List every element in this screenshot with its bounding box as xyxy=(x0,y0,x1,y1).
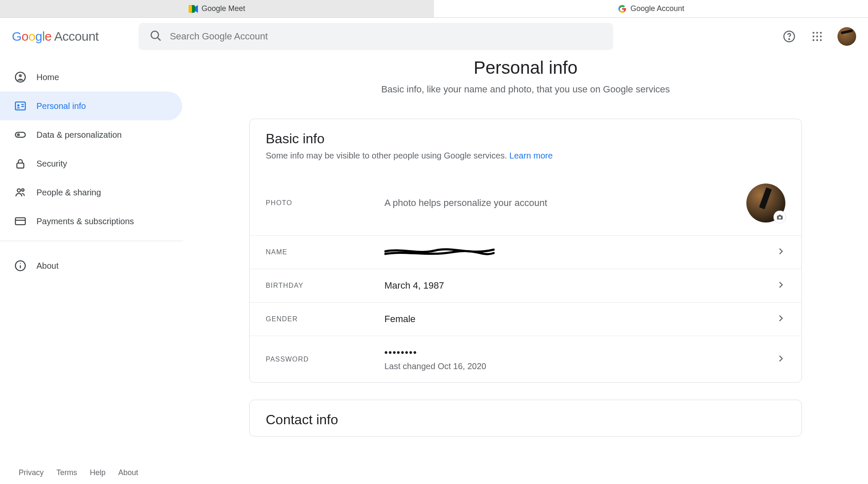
row-value: March 4, 1987 xyxy=(384,280,776,291)
browser-tab-label: Google Account xyxy=(630,4,684,13)
browser-tab-strip: Google Meet Google Account xyxy=(0,0,868,18)
row-value: Female xyxy=(384,314,776,325)
info-icon xyxy=(14,260,26,272)
chevron-right-icon xyxy=(776,314,785,325)
svg-point-12 xyxy=(812,39,814,41)
svg-rect-21 xyxy=(15,132,25,137)
row-label: GENDER xyxy=(266,315,384,323)
contact-info-card: Contact info xyxy=(249,400,802,437)
sidebar-item-about[interactable]: About xyxy=(0,251,182,280)
row-label: PHOTO xyxy=(266,199,384,207)
card-subtitle: Some info may be visible to other people… xyxy=(266,151,785,161)
sidebar-item-people-sharing[interactable]: People & sharing xyxy=(0,178,182,207)
row-photo[interactable]: PHOTO A photo helps personalize your acc… xyxy=(250,171,801,235)
sidebar-item-label: About xyxy=(36,261,58,271)
sidebar-divider xyxy=(0,241,183,241)
learn-more-link[interactable]: Learn more xyxy=(509,151,553,160)
profile-photo-thumb[interactable] xyxy=(746,184,785,223)
main-content: Personal info Basic info, like your name… xyxy=(183,55,868,484)
page-title: Personal info xyxy=(473,58,577,78)
sidebar-item-personal-info[interactable]: Personal info xyxy=(0,92,182,120)
redacted-name-scribble xyxy=(384,247,495,257)
row-name[interactable]: NAME xyxy=(250,235,801,269)
chevron-right-icon xyxy=(776,247,785,258)
footer-help-link[interactable]: Help xyxy=(90,468,106,477)
footer-privacy-link[interactable]: Privacy xyxy=(19,468,44,477)
person-circle-icon xyxy=(14,71,26,83)
apps-grid-icon xyxy=(812,31,823,42)
svg-point-22 xyxy=(17,134,20,136)
svg-point-11 xyxy=(820,36,822,37)
help-button[interactable] xyxy=(782,29,797,44)
row-gender[interactable]: GENDER Female xyxy=(250,302,801,336)
row-birthday[interactable]: BIRTHDAY March 4, 1987 xyxy=(250,269,801,302)
sidebar-item-label: Home xyxy=(36,72,59,82)
card-title: Contact info xyxy=(266,412,785,428)
svg-point-6 xyxy=(812,32,814,33)
svg-point-9 xyxy=(812,36,814,37)
camera-badge-icon xyxy=(773,211,786,223)
people-icon xyxy=(14,186,26,198)
search-bar[interactable] xyxy=(139,23,613,50)
svg-rect-23 xyxy=(17,163,24,168)
svg-point-13 xyxy=(816,39,818,41)
meet-icon xyxy=(189,4,198,14)
footer-links: Privacy Terms Help About xyxy=(19,468,138,477)
svg-point-25 xyxy=(22,189,24,191)
sidebar-item-payments[interactable]: Payments & subscriptions xyxy=(0,207,182,236)
row-password[interactable]: PASSWORD •••••••• Last changed Oct 16, 2… xyxy=(250,336,801,382)
svg-point-31 xyxy=(779,217,781,219)
sidebar-item-data-personalization[interactable]: Data & personalization xyxy=(0,120,182,149)
svg-point-8 xyxy=(820,32,822,33)
footer-about-link[interactable]: About xyxy=(118,468,138,477)
svg-point-24 xyxy=(17,189,20,192)
row-label: PASSWORD xyxy=(266,356,384,363)
account-avatar[interactable] xyxy=(837,27,856,46)
row-value: •••••••• Last changed Oct 16, 2020 xyxy=(384,347,776,371)
svg-point-16 xyxy=(19,74,22,77)
sidebar-item-home[interactable]: Home xyxy=(0,63,182,92)
page-subtitle: Basic info, like your name and photo, th… xyxy=(381,84,670,95)
sidebar-item-label: Data & personalization xyxy=(36,130,122,140)
chevron-right-icon xyxy=(776,280,785,291)
basic-info-card: Basic info Some info may be visible to o… xyxy=(249,119,802,383)
sidebar-item-security[interactable]: Security xyxy=(0,149,182,178)
password-mask: •••••••• xyxy=(384,347,417,358)
browser-tab-account[interactable]: Google Account xyxy=(434,0,868,17)
lock-icon xyxy=(14,158,26,170)
row-value: A photo helps personalize your account xyxy=(384,197,746,209)
chevron-right-icon xyxy=(776,354,785,365)
sidebar-item-label: People & sharing xyxy=(36,188,101,197)
svg-point-7 xyxy=(816,32,818,33)
row-label: BIRTHDAY xyxy=(266,282,384,289)
row-value-redacted xyxy=(384,247,776,257)
svg-point-30 xyxy=(20,263,21,264)
apps-button[interactable] xyxy=(810,29,825,44)
sidebar-item-label: Payments & subscriptions xyxy=(36,217,134,226)
google-account-logo[interactable]: Google Account xyxy=(12,29,99,44)
google-wordmark: Google xyxy=(12,29,52,44)
svg-point-2 xyxy=(151,31,159,39)
svg-point-10 xyxy=(816,36,818,37)
svg-point-18 xyxy=(17,104,19,106)
svg-rect-1 xyxy=(189,5,192,13)
footer-terms-link[interactable]: Terms xyxy=(56,468,77,477)
app-header: Google Account xyxy=(0,18,868,55)
row-label: NAME xyxy=(266,248,384,256)
credit-card-icon xyxy=(14,215,26,227)
sidebar: Home Personal info Data & personalizatio… xyxy=(0,55,183,484)
search-input[interactable] xyxy=(170,31,602,42)
google-g-icon xyxy=(618,4,627,14)
id-card-icon xyxy=(14,100,26,112)
browser-tab-meet[interactable]: Google Meet xyxy=(0,0,434,17)
sidebar-item-label: Security xyxy=(36,159,67,169)
help-icon xyxy=(783,30,796,43)
password-last-changed: Last changed Oct 16, 2020 xyxy=(384,362,776,371)
svg-line-3 xyxy=(158,38,160,40)
browser-tab-label: Google Meet xyxy=(201,4,245,13)
account-wordmark: Account xyxy=(54,29,99,44)
svg-point-14 xyxy=(820,39,822,41)
card-subtitle-text: Some info may be visible to other people… xyxy=(266,151,509,160)
search-icon xyxy=(150,30,161,43)
svg-point-5 xyxy=(789,39,790,39)
